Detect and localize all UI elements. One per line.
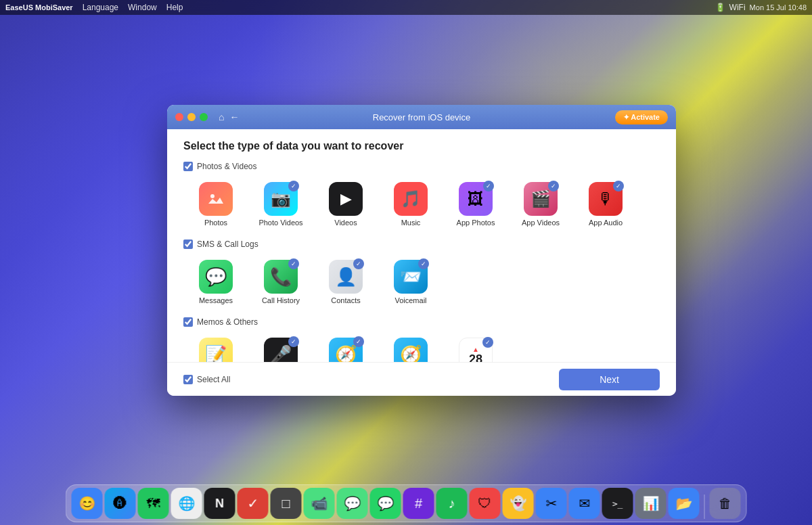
item-messages[interactable]: 💬 Messages bbox=[183, 256, 248, 309]
dock-trash[interactable]: 🗑 bbox=[710, 488, 741, 519]
dock-misc1[interactable]: 📊 bbox=[635, 488, 667, 519]
app-photos-icon: 🖼 ✓ bbox=[459, 182, 493, 216]
next-button[interactable]: Next bbox=[559, 369, 660, 390]
safari-bookmarks-badge: ✓ bbox=[353, 336, 364, 347]
item-videos[interactable]: ▶ Videos bbox=[313, 178, 378, 231]
item-contacts[interactable]: 👤 ✓ Contacts bbox=[313, 256, 378, 309]
contacts-icon: 👤 ✓ bbox=[329, 260, 363, 294]
memos-others-checkbox[interactable] bbox=[183, 317, 193, 327]
menubar-app-name: EaseUS MobiSaver bbox=[5, 3, 73, 12]
voicemail-icon: 📨 ✓ bbox=[394, 260, 428, 294]
app-audio-icon: 🎙 ✓ bbox=[589, 182, 623, 216]
photos-videos-label: Photos & Videos bbox=[197, 162, 257, 171]
bottom-bar: Select All Next bbox=[167, 362, 676, 396]
home-icon[interactable]: ⌂ bbox=[219, 112, 224, 122]
item-calendar-reminders[interactable]: ▲ 28 ✓ Calendar & Reminders bbox=[443, 334, 508, 362]
select-all-checkbox[interactable] bbox=[183, 375, 193, 384]
dock-finder[interactable]: 😊 bbox=[72, 488, 103, 519]
item-photos[interactable]: Photos bbox=[183, 178, 248, 231]
dock-terminal[interactable]: >_ bbox=[602, 488, 633, 519]
photo-videos-badge: ✓ bbox=[288, 181, 299, 191]
app-videos-badge: ✓ bbox=[548, 181, 559, 191]
item-notes[interactable]: 📝 Notes bbox=[183, 334, 248, 362]
contacts-badge: ✓ bbox=[353, 258, 364, 269]
dock-notion[interactable]: N bbox=[204, 488, 235, 519]
dock-app-store[interactable]: 🅐 bbox=[105, 488, 136, 519]
photos-videos-checkbox[interactable] bbox=[183, 162, 193, 171]
app-videos-icon: 🎬 ✓ bbox=[524, 182, 558, 216]
dock-maps[interactable]: 🗺 bbox=[138, 488, 169, 519]
item-voicemail[interactable]: 📨 ✓ Voicemail bbox=[378, 256, 443, 309]
minimize-button[interactable] bbox=[187, 113, 196, 121]
menubar-language[interactable]: Language bbox=[83, 3, 118, 12]
dock-chrome[interactable]: 🌐 bbox=[171, 488, 202, 519]
calendar-reminders-icon: ▲ 28 ✓ bbox=[459, 338, 493, 362]
dock-slack[interactable]: # bbox=[403, 488, 434, 519]
messages-icon: 💬 bbox=[199, 260, 233, 294]
sms-call-logs-checkbox[interactable] bbox=[183, 239, 193, 249]
safari-bookmarks-icon: 🧭 ✓ bbox=[329, 338, 363, 362]
menubar-help[interactable]: Help bbox=[166, 3, 183, 12]
menubar: EaseUS MobiSaver Language Window Help 🔋 … bbox=[0, 0, 812, 15]
menubar-battery-icon: 🔋 bbox=[715, 3, 725, 12]
photo-videos-icon: 📷 ✓ bbox=[264, 182, 298, 216]
svg-point-1 bbox=[210, 194, 215, 198]
page-heading: Select the type of data you want to reco… bbox=[183, 140, 660, 152]
item-photo-videos[interactable]: 📷 ✓ Photo Videos bbox=[248, 178, 313, 231]
item-app-audio[interactable]: 🎙 ✓ App Audio bbox=[573, 178, 638, 231]
voicemail-label: Voicemail bbox=[394, 296, 426, 305]
dock-screenpresso[interactable]: ✂ bbox=[536, 488, 567, 519]
app-audio-badge: ✓ bbox=[613, 181, 624, 191]
dock-separator bbox=[704, 495, 705, 519]
item-app-videos[interactable]: 🎬 ✓ App Videos bbox=[508, 178, 573, 231]
desktop: EaseUS MobiSaver Language Window Help 🔋 … bbox=[0, 0, 812, 525]
dock-folder[interactable]: 📂 bbox=[669, 488, 700, 519]
item-app-photos[interactable]: 🖼 ✓ App Photos bbox=[443, 178, 508, 231]
sms-call-logs-label: SMS & Call Logs bbox=[197, 239, 258, 249]
dock-facetime[interactable]: 📹 bbox=[304, 488, 335, 519]
close-button[interactable] bbox=[175, 113, 183, 121]
traffic-lights bbox=[175, 113, 208, 121]
dock-mail[interactable]: ✉ bbox=[569, 488, 600, 519]
call-history-icon: 📞 ✓ bbox=[264, 260, 298, 294]
contacts-label: Contacts bbox=[331, 296, 360, 305]
dock-snap[interactable]: 👻 bbox=[503, 488, 534, 519]
item-call-history[interactable]: 📞 ✓ Call History bbox=[248, 256, 313, 309]
select-all-label: Select All bbox=[197, 375, 230, 384]
dock-messages[interactable]: 💬 bbox=[337, 488, 368, 519]
videos-label: Videos bbox=[334, 219, 357, 227]
content-area: Select the type of data you want to reco… bbox=[167, 129, 676, 362]
photos-icon bbox=[199, 182, 233, 216]
section-photos-videos: Photos & Videos Photos 📷 ✓ bbox=[183, 162, 660, 231]
dock-citrix[interactable]: □ bbox=[271, 488, 302, 519]
section-sms-call-logs: SMS & Call Logs 💬 Messages 📞 ✓ bbox=[183, 239, 660, 309]
app-photos-label: App Photos bbox=[457, 219, 495, 227]
app-photos-badge: ✓ bbox=[483, 181, 494, 191]
music-label: Music bbox=[401, 219, 421, 227]
item-voice-memos[interactable]: 🎤 ✓ Voice Memos bbox=[248, 334, 313, 362]
maximize-button[interactable] bbox=[200, 113, 208, 121]
calendar-reminders-badge: ✓ bbox=[482, 337, 493, 348]
menubar-window[interactable]: Window bbox=[128, 3, 157, 12]
music-icon: 🎵 bbox=[394, 182, 428, 216]
call-history-label: Call History bbox=[262, 296, 300, 305]
svg-point-0 bbox=[208, 191, 224, 207]
dock-spotify[interactable]: ♪ bbox=[436, 488, 468, 519]
notes-icon: 📝 bbox=[199, 338, 233, 362]
dock-whatsapp[interactable]: 💬 bbox=[370, 488, 401, 519]
messages-label: Messages bbox=[199, 296, 233, 305]
select-all-area: Select All bbox=[183, 375, 230, 384]
videos-icon: ▶ bbox=[329, 182, 363, 216]
item-safari-bookmarks[interactable]: 🧭 ✓ Safari Bookmarks bbox=[313, 334, 378, 362]
voice-memos-icon: 🎤 ✓ bbox=[264, 338, 298, 362]
item-safari-history[interactable]: 🧭 Safari History bbox=[378, 334, 443, 362]
item-music[interactable]: 🎵 Music bbox=[378, 178, 443, 231]
back-icon[interactable]: ← bbox=[229, 112, 239, 122]
dock-todoist[interactable]: ✓ bbox=[238, 488, 269, 519]
window-title: Recover from iOS device bbox=[373, 112, 471, 122]
voicemail-badge: ✓ bbox=[418, 258, 429, 269]
memos-others-label: Memos & Others bbox=[197, 317, 258, 327]
activate-button[interactable]: ✦ Activate bbox=[615, 110, 668, 124]
dock-vpn[interactable]: 🛡 bbox=[470, 488, 501, 519]
app-audio-label: App Audio bbox=[589, 219, 623, 227]
